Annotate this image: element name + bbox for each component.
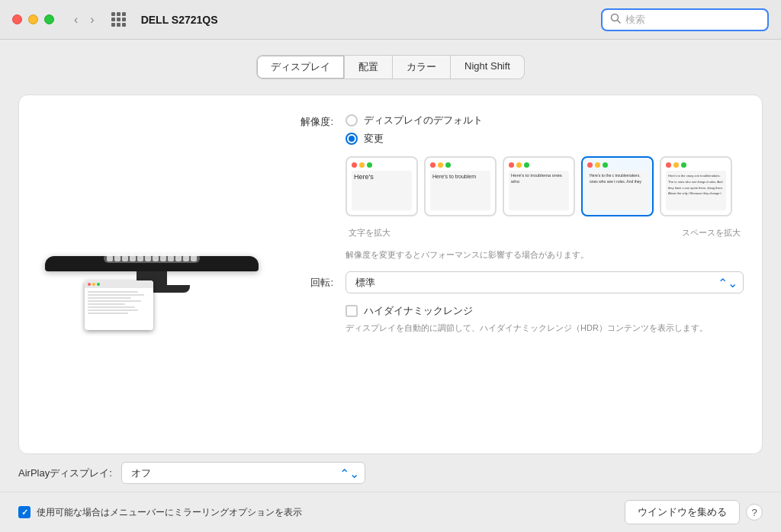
- thumb-header-3: [509, 162, 569, 168]
- traffic-lights: [12, 14, 54, 24]
- settings-panel: 解像度: ディスプレイのデフォルト 変更: [18, 95, 763, 454]
- monitor-screen-border: [45, 256, 259, 271]
- hdr-checkbox-row[interactable]: ハイダイナミックレンジ: [346, 304, 744, 318]
- rotation-row: 回転: 標準 ⌃⌄: [288, 271, 744, 293]
- nav-buttons: ‹ ›: [69, 11, 99, 28]
- sim-titlebar: [85, 280, 153, 288]
- mirror-checkbox[interactable]: [18, 506, 31, 518]
- thumb-text-4: Here's to the c troublemakers. ones who …: [590, 173, 641, 184]
- resolution-scale-labels: 文字を拡大 スペースを拡大: [346, 227, 744, 239]
- hdr-checkbox[interactable]: [346, 305, 358, 317]
- thumb-dot-r-4: [587, 162, 593, 168]
- sim-max-dot: [97, 283, 100, 286]
- forward-button[interactable]: ›: [85, 11, 98, 28]
- bottom-actions: ウインドウを集める ?: [625, 500, 763, 524]
- grid-icon[interactable]: [111, 12, 126, 27]
- thumb-preview-4: Here's to the c troublemakers. ones who …: [587, 171, 648, 210]
- res-thumb-4[interactable]: Here's to the c troublemakers. ones who …: [581, 156, 654, 216]
- gather-windows-button[interactable]: ウインドウを集める: [625, 500, 740, 524]
- airplay-select[interactable]: オフ: [121, 462, 365, 484]
- thumb-text-3: Here's to troublema ones who: [511, 173, 562, 184]
- resolution-thumbs: Here's Here's to troublem: [346, 156, 744, 216]
- thumb-text-1: Here's: [354, 173, 374, 181]
- minimize-button[interactable]: [28, 14, 38, 24]
- thumb-dot-g-4: [603, 162, 608, 168]
- svg-line-1: [618, 20, 621, 23]
- airplay-select-wrapper: オフ ⌃⌄: [121, 462, 365, 484]
- thumb-dot-y-4: [595, 162, 600, 168]
- thumb-header-1: [352, 162, 412, 168]
- rotation-select-wrapper: 標準 ⌃⌄: [346, 271, 744, 293]
- bottom-section: AirPlayディスプレイ: オフ ⌃⌄ 使用可能な場合はメニューバーにミラーリ…: [0, 454, 781, 532]
- sim-dock: [104, 254, 200, 263]
- perf-warning: 解像度を変更するとパフォーマンスに影響する場合があります。: [346, 249, 744, 261]
- thumb-text-2: Here's to troublem: [432, 174, 476, 179]
- res-thumb-2[interactable]: Here's to troublem: [424, 156, 497, 216]
- thumb-dot-r-5: [666, 162, 671, 168]
- maximize-button[interactable]: [44, 14, 54, 24]
- thumb-header-5: [666, 162, 726, 168]
- titlebar: ‹ › DELL S2721QS: [0, 0, 781, 40]
- radio-change-row[interactable]: 変更: [346, 132, 483, 146]
- thumb-dot-y-5: [673, 162, 679, 168]
- sim-min-dot: [92, 283, 95, 286]
- airplay-label: AirPlayディスプレイ:: [18, 466, 112, 480]
- main-content: ディスプレイ 配置 カラー Night Shift: [0, 40, 781, 454]
- back-button[interactable]: ‹: [69, 11, 82, 28]
- resolution-row: 解像度: ディスプレイのデフォルト 変更: [288, 114, 744, 146]
- sim-close-dot: [88, 283, 91, 286]
- hdr-desc: ディスプレイを自動的に調節して、ハイダイナミックレンジ（HDR）コンテンツを表示…: [346, 322, 744, 334]
- tab-bar: ディスプレイ 配置 カラー Night Shift: [18, 55, 763, 79]
- tab-color[interactable]: カラー: [393, 55, 451, 79]
- mirror-row: 使用可能な場合はメニューバーにミラーリングオプションを表示 ウインドウを集める …: [0, 492, 781, 532]
- res-thumb-3[interactable]: Here's to troublema ones who: [503, 156, 575, 216]
- search-input[interactable]: [625, 14, 760, 25]
- resolution-label: 解像度:: [288, 114, 333, 129]
- sim-body: [85, 288, 153, 319]
- thumb-preview-1: Here's: [352, 171, 412, 210]
- thumb-preview-3: Here's to troublema ones who: [509, 171, 569, 210]
- hdr-section: ハイダイナミックレンジ ディスプレイを自動的に調節して、ハイダイナミックレンジ（…: [346, 304, 744, 334]
- thumb-dot-y-3: [516, 162, 522, 168]
- thumb-dot-y-2: [438, 162, 443, 168]
- thumb-dot-g-1: [367, 162, 372, 168]
- res-thumb-1[interactable]: Here's: [346, 156, 418, 216]
- thumb-preview-2: Here's to troublem: [430, 171, 490, 210]
- rotation-select[interactable]: 標準: [346, 271, 744, 293]
- radio-default-label: ディスプレイのデフォルト: [364, 114, 483, 127]
- thumb-dot-g-5: [681, 162, 686, 168]
- settings-area: 解像度: ディスプレイのデフォルト 変更: [288, 114, 744, 435]
- res-thumb-5[interactable]: Here's to the crazy one troublemakers. T…: [660, 156, 732, 216]
- thumb-header-2: [430, 162, 490, 168]
- radio-change-label: 変更: [364, 132, 384, 146]
- window-title: DELL S2721QS: [141, 14, 218, 26]
- thumb-text-5: Here's to the crazy one troublemakers. T…: [668, 174, 723, 195]
- thumb-dot-g-2: [445, 162, 451, 168]
- thumb-dot-r-2: [430, 162, 435, 168]
- scale-right-label: スペースを拡大: [682, 227, 741, 239]
- hdr-label: ハイダイナミックレンジ: [364, 304, 473, 318]
- monitor-outer: [45, 256, 259, 293]
- thumb-preview-5: Here's to the crazy one troublemakers. T…: [666, 171, 726, 210]
- search-box[interactable]: [601, 8, 769, 31]
- resolution-options: ディスプレイのデフォルト 変更: [346, 114, 483, 146]
- tab-display[interactable]: ディスプレイ: [256, 55, 345, 79]
- thumb-dot-r-1: [352, 162, 357, 168]
- thumb-header-4: [587, 162, 648, 168]
- thumb-dot-y-1: [359, 162, 365, 168]
- mirror-label: 使用可能な場合はメニューバーにミラーリングオプションを表示: [37, 506, 302, 519]
- airplay-row: AirPlayディスプレイ: オフ ⌃⌄: [0, 454, 781, 492]
- monitor-preview: [37, 114, 266, 435]
- thumb-dot-r-3: [509, 162, 514, 168]
- radio-default[interactable]: [346, 114, 358, 127]
- search-icon: [610, 13, 621, 27]
- radio-default-row[interactable]: ディスプレイのデフォルト: [346, 114, 483, 127]
- tab-nightshift[interactable]: Night Shift: [451, 55, 525, 79]
- close-button[interactable]: [12, 14, 22, 24]
- tab-arrangement[interactable]: 配置: [345, 55, 393, 79]
- scale-left-label: 文字を拡大: [349, 227, 390, 239]
- sim-window: [85, 280, 153, 330]
- help-button[interactable]: ?: [746, 504, 763, 521]
- thumb-dot-g-3: [524, 162, 529, 168]
- radio-change[interactable]: [346, 133, 358, 145]
